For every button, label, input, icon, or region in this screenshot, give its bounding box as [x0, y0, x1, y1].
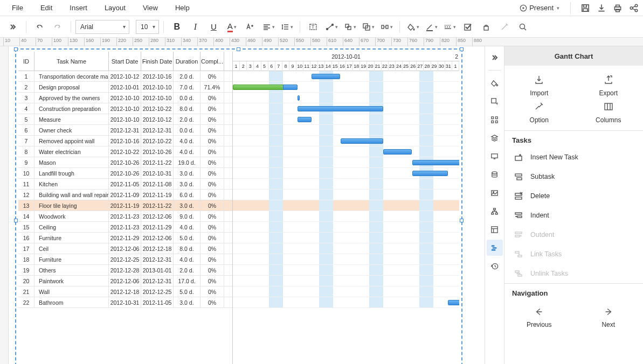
line-color-button[interactable]: ▾	[423, 18, 440, 36]
bold-button[interactable]: B	[168, 18, 185, 36]
table-row[interactable]: 3Approved by the owners2012-10-102012-10…	[18, 93, 232, 103]
table-row[interactable]: 4Construction preparation2012-10-102012-…	[18, 103, 232, 114]
font-color-button[interactable]: A▾	[223, 18, 240, 36]
horizontal-ruler: 1040701001301601902202502803103403704004…	[0, 38, 643, 46]
main-area: ID Task Name Start Date Finish Date Dura…	[0, 46, 643, 364]
nav-next-button[interactable]: Next	[574, 307, 644, 328]
menu-layout[interactable]: Layout	[97, 1, 133, 15]
menu-view[interactable]: View	[135, 1, 165, 15]
font-size-select[interactable]: 10	[136, 20, 159, 34]
present-button[interactable]: Present ▾	[518, 2, 561, 14]
svg-point-7	[630, 6, 633, 9]
table-row[interactable]: 7Removed appoint wall2012-10-162012-10-2…	[18, 136, 232, 146]
font-family-select[interactable]: Arial	[75, 20, 129, 34]
gantt-object[interactable]: ID Task Name Start Date Finish Date Dura…	[15, 48, 462, 364]
table-row[interactable]: 10Landfill trough2012-10-262012-10-313.0…	[18, 168, 232, 179]
gantt-bar[interactable]	[312, 74, 340, 79]
gantt-bar[interactable]	[383, 149, 412, 155]
apps-icon[interactable]	[487, 111, 503, 128]
align-button[interactable]: ▾	[260, 18, 277, 36]
table-row[interactable]: 17Ceil2012-12-062012-12-188.0 d.0%	[18, 243, 232, 254]
delete-task-button[interactable]: Delete	[504, 186, 643, 206]
image-icon[interactable]	[487, 185, 503, 201]
table-row[interactable]: 16Furniture2012-11-292012-12-065.0 d.0%	[18, 233, 232, 243]
layers-icon[interactable]	[487, 130, 503, 146]
text-case-button[interactable]	[241, 18, 259, 36]
layout-icon[interactable]	[487, 221, 503, 237]
menu-edit[interactable]: Edit	[33, 1, 60, 15]
gantt-bar[interactable]	[298, 95, 300, 101]
redo-button[interactable]	[49, 18, 66, 36]
table-row[interactable]: 12Building wall and wall repair2012-11-0…	[18, 190, 232, 200]
gantt-bar[interactable]	[412, 171, 448, 176]
table-row[interactable]: 21Wall2012-12-182012-12-255.0 d.0%	[18, 286, 232, 297]
table-row[interactable]: 2Design proposal2012-10-012012-10-107.0 …	[18, 82, 232, 93]
menu-insert[interactable]: Insert	[62, 1, 95, 15]
fill-button[interactable]: ▾	[404, 18, 421, 36]
line-style-button[interactable]: ▾	[441, 18, 458, 36]
table-row[interactable]: 22Bathroom2012-10-312012-11-053.0 d.0%	[18, 297, 232, 308]
table-row[interactable]: 15Ceiling2012-11-232012-11-294.0 d.0%	[18, 222, 232, 233]
database-icon[interactable]	[487, 166, 503, 183]
insert-task-button[interactable]: Insert New Task	[504, 148, 643, 167]
task-grid[interactable]: ID Task Name Start Date Finish Date Dura…	[18, 52, 233, 364]
save-icon[interactable]	[580, 3, 590, 13]
connector-button[interactable]: ▾	[323, 18, 340, 36]
table-row[interactable]: 14Woodwork2012-11-232012-12-069.0 d.0%	[18, 211, 232, 222]
table-row[interactable]: 1Transportation decorate ma...2012-10-12…	[18, 71, 232, 82]
print-icon[interactable]	[613, 3, 623, 13]
toolbar: Arial 10 B I U A▾ ▾ ▾ T ▾ ▾ ▾ ▾ ▾ ▾ ▾	[0, 16, 643, 38]
share-icon[interactable]	[629, 3, 639, 13]
columns-button[interactable]: Columns	[574, 101, 644, 124]
lock-button[interactable]	[478, 18, 495, 36]
hierarchy-icon[interactable]	[487, 203, 503, 219]
checkbox-icon[interactable]	[459, 18, 476, 36]
tools-button[interactable]	[496, 18, 513, 36]
text-box-button[interactable]: T	[305, 18, 322, 36]
gantt-bar[interactable]	[298, 106, 384, 111]
download-icon[interactable]	[597, 3, 606, 13]
distribute-button[interactable]: ▾	[378, 18, 395, 36]
expand-strip-icon[interactable]	[487, 50, 503, 66]
underline-button[interactable]: U	[205, 18, 222, 36]
table-row[interactable]: 6Owner check2012-12-312012-12-310.0 d.0%	[18, 125, 232, 136]
italic-button[interactable]: I	[186, 18, 204, 36]
indent-button[interactable]: Indent	[504, 206, 643, 225]
svg-point-23	[520, 24, 525, 29]
shape-format-icon[interactable]	[487, 93, 503, 109]
search-button[interactable]	[514, 18, 531, 36]
history-icon[interactable]	[487, 258, 503, 274]
gantt-bar[interactable]	[298, 117, 312, 122]
subtask-button[interactable]: Subtask	[504, 167, 643, 186]
table-row[interactable]: 8Water electrician2012-10-222012-10-264.…	[18, 146, 232, 157]
table-row[interactable]: 20Paintwork2012-12-062012-12-3117.0 d.0%	[18, 276, 232, 286]
canvas[interactable]: ID Task Name Start Date Finish Date Dura…	[0, 46, 485, 364]
shape-align-button[interactable]: ▾	[341, 18, 358, 36]
table-row[interactable]: 11Kitchen2012-11-052012-11-083.0 d.0%	[18, 179, 232, 190]
table-row[interactable]: 18Furniture2012-12-252012-12-314.0 d.0%	[18, 254, 232, 265]
gantt-bar[interactable]	[341, 138, 384, 144]
gantt-timeline[interactable]: 2012-10-01 2 123456789101112131415161718…	[233, 52, 459, 364]
gantt-bar[interactable]	[412, 160, 460, 165]
group-button[interactable]: ▾	[359, 18, 377, 36]
line-spacing-button[interactable]: ▾	[278, 18, 295, 36]
table-row[interactable]: 13Floor tile laying2012-11-192012-11-223…	[18, 200, 232, 211]
svg-rect-35	[492, 213, 494, 214]
menu-help[interactable]: Help	[168, 1, 197, 15]
expand-toolbar-icon[interactable]	[4, 18, 22, 36]
export-button[interactable]: Export	[574, 74, 644, 97]
grid-header: ID Task Name Start Date Finish Date Dura…	[18, 52, 232, 71]
nav-previous-button[interactable]: Previous	[504, 307, 574, 328]
option-button[interactable]: Option	[504, 101, 574, 124]
table-row[interactable]: 9Mason2012-10-262012-11-2219.0 d.0%	[18, 157, 232, 168]
undo-button[interactable]	[31, 18, 48, 36]
slideshow-icon[interactable]	[487, 148, 503, 164]
menu-file[interactable]: File	[4, 1, 31, 15]
table-row[interactable]: 19Others2012-12-282013-01-012.0 d.0%	[18, 265, 232, 276]
import-button[interactable]: Import	[504, 74, 574, 97]
svg-point-33	[493, 191, 494, 192]
gantt-panel-icon[interactable]	[487, 240, 503, 256]
fill-palette-icon[interactable]	[487, 75, 503, 91]
gantt-bar[interactable]	[448, 300, 459, 305]
table-row[interactable]: 5Measure2012-10-102012-10-122.0 d.0%	[18, 114, 232, 125]
